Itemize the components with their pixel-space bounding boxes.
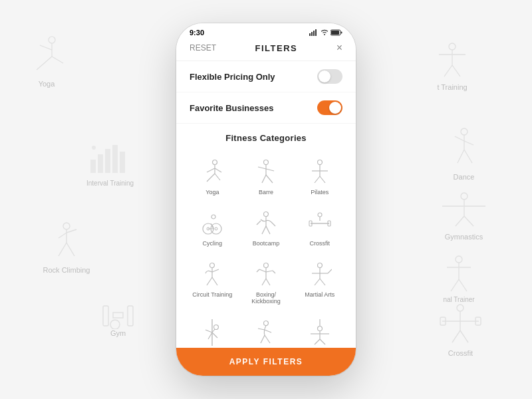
- modal-header: RESET FILTERS ×: [176, 39, 356, 61]
- svg-line-47: [452, 331, 460, 342]
- category-circuit[interactable]: Circuit Training: [187, 255, 238, 310]
- svg-rect-18: [113, 313, 123, 318]
- category-dance[interactable]: Dance: [241, 313, 292, 348]
- svg-line-65: [266, 169, 274, 171]
- aerial-icon: [305, 318, 334, 347]
- category-pole-fitness[interactable]: Pole Fitness: [187, 313, 238, 348]
- svg-line-30: [458, 150, 464, 163]
- category-martial-arts[interactable]: Martial Arts: [294, 255, 345, 310]
- svg-line-96: [259, 269, 266, 272]
- bg-gym: Gym: [100, 293, 136, 337]
- svg-point-114: [263, 321, 268, 326]
- circuit-icon: [198, 260, 227, 289]
- svg-rect-54: [331, 31, 339, 35]
- svg-line-72: [320, 176, 325, 183]
- dance-icon: [251, 318, 281, 347]
- svg-line-31: [464, 150, 472, 163]
- svg-line-48: [460, 331, 468, 342]
- svg-line-116: [265, 330, 271, 332]
- close-button[interactable]: ×: [336, 42, 342, 54]
- category-pilates[interactable]: Pilates: [294, 152, 345, 201]
- bootcamp-icon: [251, 209, 281, 238]
- flexible-pricing-toggle[interactable]: [317, 69, 342, 84]
- svg-line-101: [266, 279, 270, 285]
- svg-point-11: [63, 223, 70, 229]
- svg-line-35: [456, 216, 464, 226]
- svg-line-60: [207, 174, 215, 182]
- category-bootcamp[interactable]: Bootcamp: [241, 203, 292, 252]
- svg-line-66: [262, 175, 266, 183]
- svg-line-28: [455, 136, 464, 141]
- yoga-label: Yoga: [205, 189, 219, 196]
- category-crossfit[interactable]: Crossfit: [294, 203, 345, 252]
- svg-rect-8: [112, 145, 118, 173]
- svg-line-111: [205, 330, 212, 332]
- svg-rect-5: [90, 160, 96, 173]
- svg-line-25: [452, 65, 460, 76]
- bg-yoga: Yoga: [27, 33, 66, 88]
- svg-line-67: [266, 175, 273, 183]
- svg-rect-45: [440, 317, 446, 325]
- favorite-businesses-toggle[interactable]: [317, 100, 342, 115]
- svg-line-16: [66, 243, 74, 256]
- status-time: 9:30: [190, 29, 204, 37]
- reset-button[interactable]: RESET: [190, 43, 216, 53]
- barre-label: Barre: [259, 189, 273, 196]
- category-aerial[interactable]: Aerial: [294, 313, 345, 348]
- favorite-businesses-label: Favorite Businesses: [190, 103, 273, 113]
- modal-title: FILTERS: [255, 43, 297, 53]
- svg-line-107: [328, 269, 332, 273]
- svg-line-117: [261, 335, 265, 343]
- svg-line-36: [464, 216, 473, 226]
- svg-point-102: [317, 263, 322, 268]
- svg-line-58: [207, 168, 215, 172]
- category-yoga[interactable]: Yoga: [187, 152, 238, 201]
- svg-line-123: [315, 339, 320, 344]
- svg-rect-46: [475, 317, 481, 325]
- svg-rect-49: [309, 33, 311, 36]
- svg-point-42: [457, 305, 464, 311]
- svg-line-13: [59, 233, 66, 238]
- bg-gymnastics: Gymnastics: [439, 190, 489, 241]
- svg-line-112: [208, 332, 212, 339]
- svg-line-40: [451, 279, 459, 291]
- svg-rect-7: [105, 149, 110, 173]
- boxing-icon: [251, 260, 281, 289]
- wifi-icon: [321, 29, 329, 36]
- svg-rect-6: [98, 154, 103, 173]
- svg-line-113: [212, 332, 217, 338]
- svg-line-4: [40, 45, 52, 50]
- svg-line-71: [315, 176, 320, 183]
- crossfit-label: Crossfit: [309, 240, 330, 247]
- categories-title: Fitness Categories: [187, 133, 345, 143]
- category-barre[interactable]: Barre: [241, 152, 292, 201]
- svg-line-64: [258, 167, 266, 169]
- category-boxing[interactable]: Boxing/ Kickboxing: [241, 255, 292, 310]
- svg-line-124: [320, 339, 325, 344]
- svg-point-62: [263, 160, 268, 165]
- svg-point-77: [211, 215, 215, 219]
- apply-filters-button[interactable]: APPLY FILTERS: [176, 348, 356, 376]
- svg-rect-51: [313, 31, 315, 36]
- svg-point-32: [461, 193, 467, 200]
- svg-line-83: [271, 222, 275, 226]
- svg-point-76: [215, 227, 217, 230]
- bg-dance: Dance: [446, 126, 482, 181]
- bg-strength-training: t Training: [432, 40, 472, 91]
- category-cycling[interactable]: Cycling: [187, 203, 238, 252]
- svg-line-115: [258, 329, 265, 330]
- bg-interval-training: Interval Training: [86, 140, 134, 187]
- bootcamp-label: Bootcamp: [253, 240, 280, 247]
- cycling-label: Cycling: [203, 240, 223, 247]
- svg-line-80: [262, 226, 266, 234]
- svg-point-94: [263, 263, 268, 268]
- svg-line-106: [320, 279, 325, 285]
- svg-point-109: [214, 325, 219, 330]
- battery-icon: [331, 29, 342, 36]
- svg-line-92: [212, 277, 217, 285]
- pilates-icon: [305, 158, 334, 187]
- flexible-pricing-row: Flexible Pricing Only: [176, 61, 356, 92]
- svg-point-21: [449, 43, 456, 50]
- svg-rect-17: [103, 306, 108, 326]
- svg-line-100: [262, 279, 266, 285]
